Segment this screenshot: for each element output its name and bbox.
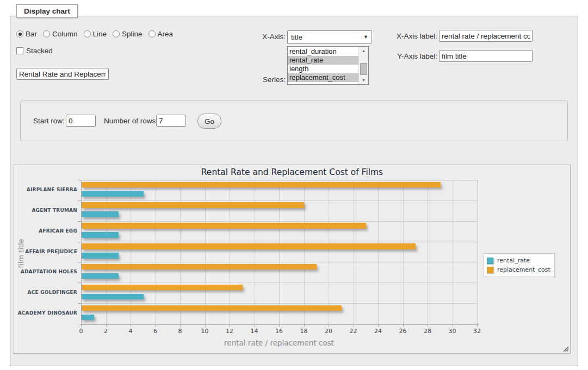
category-label: AGENT TRUMAN — [16, 208, 77, 213]
chart-title-input[interactable] — [16, 68, 109, 80]
y-tickmark — [78, 262, 81, 262]
num-rows-input[interactable] — [156, 115, 186, 127]
category-label: AFRICAN EGG — [16, 228, 77, 234]
gridline-v — [403, 180, 404, 324]
chart-legend: rental_ratereplacement_cost — [484, 253, 555, 277]
row-controls-box: Start row: Number of rows: Go — [20, 101, 568, 141]
x-tick-label: 26 — [397, 328, 410, 335]
x-tickmark — [81, 324, 82, 327]
bar-replacement-cost — [82, 285, 243, 291]
x-tick-label: 6 — [149, 328, 162, 335]
panel-content: BarColumnLineSplineArea Stacked X-Axis: … — [10, 16, 577, 365]
series-option-length[interactable]: length — [288, 65, 358, 73]
series-scrollbar[interactable]: ▲ ▼ — [358, 47, 368, 84]
series-option-rental_rate[interactable]: rental_rate — [288, 56, 358, 65]
category-label: ADAPTATION HOLES — [16, 269, 77, 274]
y-tickmark — [78, 180, 81, 180]
gridline-v — [354, 180, 354, 324]
bar-rental-rate — [82, 191, 144, 197]
y-tickmark — [78, 303, 81, 304]
x-tickmark — [428, 324, 428, 327]
x-tick-label: 0 — [75, 328, 88, 335]
gridline-h — [81, 262, 477, 262]
series-option-replacement_cost[interactable]: replacement_cost — [288, 73, 358, 82]
xaxis-select[interactable]: title ▼ — [287, 30, 372, 44]
start-row-label: Start row: — [33, 117, 65, 125]
chart-type-label-spline[interactable]: Spline — [122, 30, 143, 38]
y-tickmark — [78, 324, 81, 324]
x-tick-label: 32 — [471, 328, 484, 335]
gridline-v — [428, 180, 428, 324]
gridline-v — [453, 180, 453, 324]
scroll-down-icon[interactable]: ▼ — [359, 76, 368, 84]
stacked-label[interactable]: Stacked — [26, 47, 53, 55]
chart-type-bar[interactable]: Bar — [16, 30, 37, 38]
num-rows-label: Number of rows: — [104, 117, 158, 125]
xaxis-label-input[interactable] — [439, 30, 533, 42]
scroll-up-icon[interactable]: ▲ — [359, 47, 368, 55]
chart-type-line[interactable]: Line — [84, 30, 107, 38]
gridline-h — [81, 200, 477, 201]
x-tickmark — [106, 324, 107, 327]
chart-type-radio-bar[interactable] — [16, 30, 23, 37]
legend-swatch — [487, 258, 493, 264]
legend-label: rental_rate — [497, 257, 530, 264]
x-tick-label: 18 — [298, 328, 311, 335]
panel-legend-title: Display chart — [16, 4, 78, 18]
xaxis-label-label: X-Axis label: — [384, 32, 437, 40]
gridline-v — [378, 180, 379, 324]
gridline-h — [81, 283, 477, 283]
start-row-input[interactable] — [66, 115, 96, 127]
x-tickmark — [453, 324, 453, 327]
x-tick-label: 20 — [322, 328, 335, 335]
x-tickmark — [477, 324, 478, 327]
xaxis-select-value: title — [291, 33, 302, 41]
x-tickmark — [230, 324, 230, 327]
series-option-rental_duration[interactable]: rental_duration — [288, 47, 358, 56]
chart-type-label-column[interactable]: Column — [52, 30, 78, 38]
x-tick-label: 22 — [347, 328, 360, 335]
y-tickmark — [78, 200, 81, 201]
chart-type-spline[interactable]: Spline — [113, 30, 143, 38]
x-tickmark — [205, 324, 206, 327]
gridline-v — [329, 180, 329, 324]
gridline-v — [304, 180, 305, 324]
chart-type-radio-area[interactable] — [148, 30, 156, 37]
gridline-v — [279, 180, 280, 324]
go-button[interactable]: Go — [197, 114, 221, 129]
x-tick-label: 10 — [199, 328, 212, 335]
x-tickmark — [304, 324, 305, 327]
bar-rental-rate — [82, 315, 94, 321]
chart-type-radio-spline[interactable] — [113, 30, 120, 37]
chart-type-radio-line[interactable] — [84, 30, 91, 37]
yaxis-label-input[interactable] — [439, 50, 533, 62]
chart-type-label-area[interactable]: Area — [158, 30, 174, 38]
stacked-row: Stacked — [16, 47, 53, 55]
chart-type-radio-column[interactable] — [43, 30, 50, 37]
gridline-v — [131, 180, 131, 324]
category-label: ACADEMY DINOSAUR — [16, 310, 77, 316]
series-select-label: Series: — [244, 76, 286, 84]
y-tickmark — [78, 283, 81, 283]
chart-type-label-line[interactable]: Line — [93, 30, 107, 38]
x-tick-label: 8 — [174, 328, 187, 335]
chart-type-column[interactable]: Column — [43, 30, 78, 38]
resize-handle-icon[interactable] — [562, 345, 568, 352]
gridline-v — [106, 180, 107, 324]
bar-rental-rate — [82, 211, 119, 217]
x-tickmark — [378, 324, 379, 327]
x-tick-label: 4 — [124, 328, 137, 335]
x-axis-label: rental rate / replacement cost — [81, 338, 477, 347]
x-tickmark — [403, 324, 404, 327]
gridline-v — [255, 180, 255, 324]
x-tick-label: 30 — [446, 328, 459, 335]
xaxis-select-label: X-Axis: — [244, 33, 286, 41]
gridline-v — [230, 180, 230, 324]
series-listbox[interactable]: rental_durationrental_ratelengthreplacem… — [287, 46, 369, 85]
bar-replacement-cost — [82, 182, 441, 188]
chart-type-label-bar[interactable]: Bar — [26, 30, 37, 38]
stacked-checkbox[interactable] — [16, 47, 23, 54]
scrollbar-thumb[interactable] — [360, 63, 367, 75]
chart-type-area[interactable]: Area — [148, 30, 174, 38]
bar-replacement-cost — [82, 223, 366, 229]
